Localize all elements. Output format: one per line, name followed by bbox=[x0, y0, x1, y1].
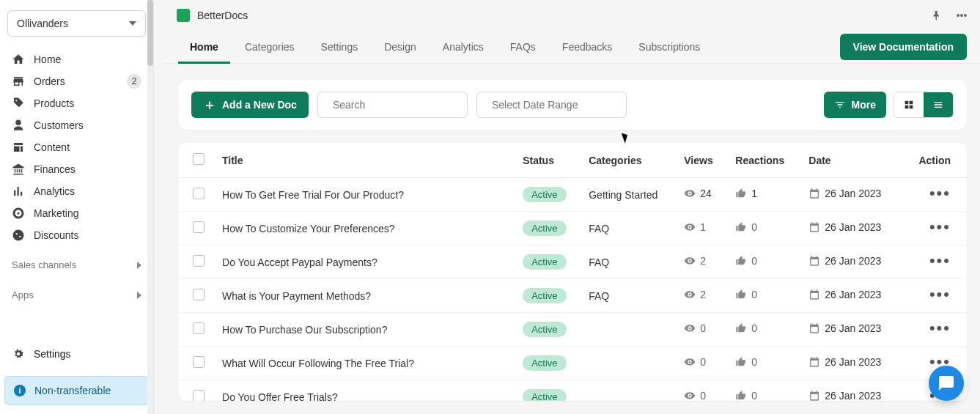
table-row[interactable]: How To Customize Your Preferences?Active… bbox=[178, 212, 967, 245]
select-all-checkbox[interactable] bbox=[193, 153, 205, 165]
tab-subscriptions[interactable]: Subscriptions bbox=[627, 31, 712, 64]
sidebar-item-analytics[interactable]: Analytics bbox=[0, 180, 153, 202]
views-metric: 0 bbox=[684, 322, 706, 334]
plus-icon: ＋ bbox=[203, 98, 216, 111]
sidebar-item-label: Analytics bbox=[34, 185, 141, 197]
discount-icon bbox=[12, 229, 25, 242]
row-action-button[interactable]: ••• bbox=[929, 319, 951, 337]
sidebar-item-label: Marketing bbox=[34, 207, 141, 219]
main-content: BetterDocs ••• Home Categories Settings … bbox=[165, 0, 980, 414]
cell-title: How To Get Free Trial For Our Product? bbox=[213, 178, 514, 212]
views-metric: 2 bbox=[684, 289, 706, 300]
row-checkbox[interactable] bbox=[193, 390, 205, 401]
list-view-button[interactable] bbox=[924, 92, 953, 117]
date-cell: 26 Jan 2023 bbox=[808, 188, 881, 199]
grid-view-button[interactable] bbox=[894, 92, 924, 117]
tab-faqs[interactable]: FAQs bbox=[498, 31, 548, 64]
more-icon[interactable]: ••• bbox=[955, 9, 968, 22]
row-checkbox[interactable] bbox=[193, 322, 205, 334]
table-row[interactable]: How To Purchase Our Subscription?Active0… bbox=[178, 313, 967, 347]
tab-home[interactable]: Home bbox=[178, 31, 230, 64]
col-views[interactable]: Views bbox=[675, 143, 726, 178]
date-range-input[interactable] bbox=[492, 99, 620, 111]
cell-category: FAQ bbox=[580, 279, 675, 313]
non-transferable-banner[interactable]: i Non-transferable bbox=[4, 376, 149, 405]
pin-icon[interactable] bbox=[930, 9, 943, 22]
sidebar-item-home[interactable]: Home bbox=[0, 48, 153, 70]
sidebar-item-settings[interactable]: Settings bbox=[0, 339, 153, 369]
more-btn-label: More bbox=[852, 99, 876, 111]
row-action-button[interactable]: ••• bbox=[929, 251, 951, 270]
sidebar-item-products[interactable]: Products bbox=[0, 92, 153, 114]
col-status[interactable]: Status bbox=[514, 143, 580, 178]
tab-design[interactable]: Design bbox=[372, 31, 428, 64]
table-row[interactable]: Do You Offer Free Trials?Active0026 Jan … bbox=[178, 380, 967, 401]
date-cell: 26 Jan 2023 bbox=[808, 356, 881, 368]
store-selector[interactable]: Ollivanders bbox=[7, 10, 146, 37]
tab-analytics[interactable]: Analytics bbox=[431, 31, 495, 64]
table-row[interactable]: What is Your Payment Methods?ActiveFAQ20… bbox=[178, 279, 967, 313]
col-title[interactable]: Title bbox=[213, 143, 514, 178]
cell-category bbox=[580, 313, 675, 347]
table-row[interactable]: Do You Accept Paypal Payments?ActiveFAQ2… bbox=[178, 245, 967, 279]
sidebar-item-label: Orders bbox=[34, 75, 118, 87]
col-categories[interactable]: Categories bbox=[580, 143, 675, 178]
cell-title: How To Customize Your Preferences? bbox=[213, 212, 514, 245]
row-checkbox[interactable] bbox=[193, 221, 205, 233]
reactions-metric: 0 bbox=[735, 322, 757, 334]
sidebar-item-finances[interactable]: Finances bbox=[0, 158, 153, 180]
search-input-wrap[interactable] bbox=[317, 92, 468, 118]
views-metric: 24 bbox=[684, 188, 712, 199]
person-icon bbox=[12, 119, 25, 132]
sidebar-item-customers[interactable]: Customers bbox=[0, 114, 153, 136]
row-action-button[interactable]: ••• bbox=[929, 285, 951, 303]
row-checkbox[interactable] bbox=[193, 289, 205, 300]
row-action-button[interactable]: ••• bbox=[929, 218, 951, 236]
table-row[interactable]: What Will Occur Following The Free Trial… bbox=[178, 347, 967, 380]
row-action-button[interactable]: ••• bbox=[929, 184, 951, 202]
sidebar-section-sales-channels[interactable]: Sales channels bbox=[0, 254, 153, 276]
table-row[interactable]: How To Get Free Trial For Our Product?Ac… bbox=[178, 178, 967, 212]
reactions-metric: 1 bbox=[735, 188, 757, 199]
col-reactions[interactable]: Reactions bbox=[726, 143, 800, 178]
app-icon bbox=[177, 9, 190, 22]
date-cell: 26 Jan 2023 bbox=[808, 221, 881, 233]
search-input[interactable] bbox=[333, 99, 461, 111]
date-cell: 26 Jan 2023 bbox=[808, 255, 881, 267]
nav-list: Home Orders 2 Products Customers Content… bbox=[0, 48, 153, 246]
cell-title: What is Your Payment Methods? bbox=[213, 279, 514, 313]
list-icon bbox=[932, 99, 944, 111]
tab-feedbacks[interactable]: Feedbacks bbox=[550, 31, 624, 64]
docs-table: Title Status Categories Views Reactions … bbox=[178, 143, 967, 401]
date-cell: 26 Jan 2023 bbox=[808, 390, 881, 401]
sidebar-scrollbar[interactable] bbox=[147, 0, 153, 414]
chevron-down-icon bbox=[129, 21, 136, 26]
sidebar-item-label: Finances bbox=[34, 163, 141, 175]
sidebar-item-marketing[interactable]: Marketing bbox=[0, 202, 153, 224]
col-date[interactable]: Date bbox=[800, 143, 910, 178]
row-checkbox[interactable] bbox=[193, 188, 205, 199]
app-title: BetterDocs bbox=[197, 10, 248, 21]
views-metric: 0 bbox=[684, 356, 706, 368]
row-checkbox[interactable] bbox=[193, 255, 205, 267]
reactions-metric: 0 bbox=[735, 356, 757, 368]
cell-category bbox=[580, 347, 675, 380]
tab-settings[interactable]: Settings bbox=[309, 31, 370, 64]
date-cell: 26 Jan 2023 bbox=[808, 322, 881, 334]
view-documentation-button[interactable]: View Documentation bbox=[840, 34, 967, 60]
tab-categories[interactable]: Categories bbox=[233, 31, 306, 64]
chat-fab[interactable] bbox=[929, 366, 964, 401]
cell-title: How To Purchase Our Subscription? bbox=[213, 313, 514, 347]
more-button[interactable]: More bbox=[824, 92, 886, 118]
sidebar-item-discounts[interactable]: Discounts bbox=[0, 224, 153, 246]
add-new-doc-button[interactable]: ＋ Add a New Doc bbox=[191, 92, 309, 118]
chevron-right-icon bbox=[137, 292, 141, 299]
views-metric: 1 bbox=[684, 221, 706, 233]
sidebar-item-orders[interactable]: Orders 2 bbox=[0, 70, 153, 92]
target-icon bbox=[12, 207, 25, 220]
add-btn-label: Add a New Doc bbox=[222, 99, 297, 111]
sidebar-section-apps[interactable]: Apps bbox=[0, 284, 153, 306]
sidebar-item-content[interactable]: Content bbox=[0, 136, 153, 158]
row-checkbox[interactable] bbox=[193, 356, 205, 368]
date-range-input-wrap[interactable] bbox=[476, 92, 627, 118]
